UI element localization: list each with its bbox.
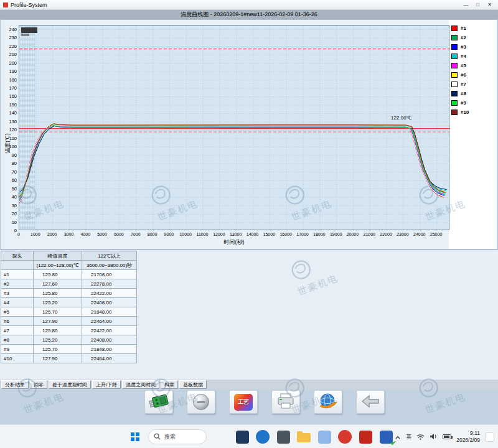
chevron-up-icon[interactable] (395, 431, 401, 442)
app-red-square-icon[interactable] (357, 429, 374, 445)
chart-title: 温度曲线图 - 20260209-1#new11-2026-02-09 01-3… (181, 11, 317, 19)
table-cell: #5 (1, 307, 34, 317)
table-header-cell: 122℃以上 (82, 251, 137, 261)
legend-swatch (451, 35, 458, 40)
results-panel: 探头峰值温度122℃以上(122.00~128.00)℃3600.00~3800… (0, 250, 498, 380)
notification-icon[interactable] (485, 432, 494, 442)
app-dark-icon[interactable] (234, 429, 250, 445)
tab-rise-fall[interactable]: 上升/下降 (92, 380, 121, 389)
battery-icon[interactable] (443, 434, 451, 439)
series-line-8 (19, 126, 447, 192)
legend-label: #9 (461, 100, 466, 106)
table-cell: 125.80 (34, 289, 82, 298)
results-table: 探头峰值温度122℃以上(122.00~128.00)℃3600.00~3800… (1, 251, 137, 363)
y-tick-label: 70 (1, 169, 17, 175)
legend-item-2: #2 (451, 33, 494, 42)
toolbar: 工艺 (144, 390, 385, 414)
tab-chamber[interactable]: 料室 (161, 380, 178, 389)
legend-item-3: #3 (451, 42, 494, 52)
metal-knob-button[interactable] (187, 390, 215, 414)
table-cell: #3 (1, 289, 34, 298)
maximize-button[interactable]: □ (472, 1, 483, 9)
x-tick-label: 14000 (243, 232, 262, 236)
table-cell: 21708.00 (82, 270, 137, 279)
profile-system-window: Profile-System — □ ✕ 温度曲线图 - 20260209-1#… (0, 0, 498, 448)
y-tick-label: 90 (1, 152, 17, 158)
app-gray-icon[interactable] (275, 429, 291, 445)
tab-time-between-temps[interactable]: 温度之间时间 (122, 380, 159, 389)
process-button[interactable]: 工艺 (229, 390, 258, 414)
x-tick-label: 24000 (410, 232, 429, 236)
tab-board-data[interactable]: 基板数据 (179, 380, 207, 389)
minimize-button[interactable]: — (461, 1, 471, 9)
table-cell: 127.60 (34, 279, 82, 289)
tab-time-in-temp-zone[interactable]: 处于温度段时间 (49, 380, 91, 389)
table-cell: 125.70 (34, 345, 82, 354)
print-button[interactable] (271, 390, 300, 414)
taskbar-search[interactable]: 搜索 (148, 429, 207, 444)
table-cell: 22278.00 (82, 279, 137, 289)
legend-item-10: #10 (451, 108, 494, 117)
x-tick-label: 8000 (143, 232, 162, 236)
series-line-2 (19, 124, 446, 197)
connector-button[interactable] (144, 390, 173, 414)
app-update-glyph (380, 431, 393, 444)
x-tick-label: 25000 (427, 232, 446, 236)
volume-icon[interactable] (430, 431, 438, 442)
legend-label: #6 (461, 72, 466, 78)
x-tick-label: 6000 (110, 232, 128, 236)
language-indicator[interactable]: 英 (406, 433, 411, 441)
search-icon (154, 431, 161, 442)
start-button[interactable] (127, 429, 143, 445)
temperature-plot (19, 26, 450, 231)
legend-item-8: #8 (451, 89, 494, 98)
taskbar-clock[interactable]: 9:11 2026/2/09 (456, 430, 480, 443)
y-tick-label: 80 (1, 161, 17, 166)
close-button[interactable]: ✕ (484, 1, 495, 9)
legend-column: #1#2#3#4#5#6#7#8#9#10 (449, 20, 497, 249)
series-line-1 (19, 126, 444, 203)
app-gray-glyph (277, 431, 290, 444)
legend-label: #4 (461, 54, 466, 59)
window-title: Profile-System (11, 2, 47, 8)
app-browser-icon[interactable] (255, 429, 271, 445)
y-tick-label: 220 (1, 44, 17, 49)
legend-swatch (451, 26, 458, 31)
table-cell: 22422.00 (82, 289, 137, 298)
table-cell: #8 (1, 335, 34, 345)
watermark-text: 世豪机电 (22, 391, 66, 416)
y-tick-label: 60 (1, 177, 17, 183)
y-tick-label: 190 (1, 68, 17, 74)
app-light-blue-icon[interactable] (316, 429, 332, 445)
globe-icon (319, 393, 337, 412)
y-tick-label: 200 (1, 60, 17, 66)
app-folder-glyph (297, 433, 311, 442)
tab-strip: 分析结果回零处于温度段时间上升/下降温度之间时间料室基板数据 (0, 380, 498, 390)
y-tick-label: 230 (1, 35, 17, 40)
back-button[interactable] (356, 390, 385, 414)
web-button[interactable] (314, 390, 342, 414)
app-red-round-glyph (338, 430, 352, 444)
table-cell: 21848.00 (82, 345, 137, 354)
legend-item-5: #5 (451, 61, 494, 70)
app-dark-glyph (236, 431, 249, 444)
legend-swatch (451, 100, 458, 106)
legend-label: #10 (461, 110, 469, 115)
x-tick-label: 21000 (360, 232, 378, 236)
marker-cluster (21, 27, 37, 33)
legend-swatch (451, 72, 458, 78)
app-update-icon[interactable] (378, 429, 394, 445)
table-cell: #10 (1, 354, 34, 363)
wifi-icon[interactable] (416, 431, 425, 442)
search-placeholder: 搜索 (164, 433, 176, 441)
table-cell: 125.80 (34, 270, 82, 279)
tab-analysis-results[interactable]: 分析结果 (1, 380, 29, 389)
table-row: #6127.9022464.00 (1, 317, 137, 326)
legend-label: #8 (461, 91, 466, 96)
legend-label: #2 (461, 35, 466, 40)
y-tick-label: 50 (1, 186, 17, 192)
app-red-square-glyph (359, 431, 372, 444)
app-folder-icon[interactable] (296, 429, 312, 445)
app-red-round-icon[interactable] (337, 429, 353, 445)
tab-return-zero[interactable]: 回零 (30, 380, 47, 389)
